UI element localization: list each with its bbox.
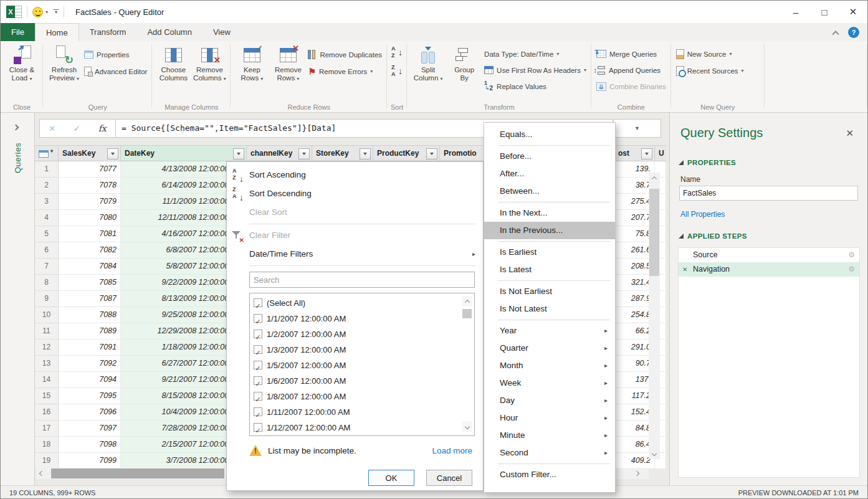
column-header-productkey[interactable]: ProductKey: [373, 145, 440, 161]
checkbox-checked-icon[interactable]: [254, 376, 262, 385]
recent-sources-button[interactable]: Recent Sources: [674, 64, 746, 77]
keep-rows-button[interactable]: ✓ Keep Rows: [234, 43, 270, 83]
replace-values-button[interactable]: ↳ Replace Values: [482, 80, 588, 93]
remove-rows-button[interactable]: ✕ Remove Rows: [270, 43, 306, 83]
checkbox-checked-icon[interactable]: [254, 298, 262, 307]
filter-value-option[interactable]: 1/3/2007 12:00:00 AM: [250, 342, 474, 358]
quick-access-customize-icon[interactable]: [54, 9, 59, 15]
remove-duplicates-button[interactable]: Remove Duplicates: [306, 48, 384, 61]
delete-step-icon[interactable]: ✕: [682, 262, 687, 277]
applied-steps-section-header[interactable]: APPLIED STEPS: [679, 232, 747, 240]
column-header-datekey[interactable]: DateKey: [121, 145, 247, 161]
menu-item-in-the-next[interactable]: In the Next...: [484, 204, 615, 222]
cell-saleskey[interactable]: 7085: [59, 275, 121, 291]
checkbox-checked-icon[interactable]: [254, 423, 262, 432]
filter-value-option[interactable]: 1/8/2007 12:00:00 AM: [250, 389, 474, 404]
menu-item-year[interactable]: Year: [484, 322, 615, 340]
column-header-u[interactable]: U: [655, 145, 666, 161]
scroll-up-button[interactable]: [649, 173, 660, 184]
row-number[interactable]: 15: [35, 388, 59, 404]
checkbox-checked-icon[interactable]: [254, 330, 262, 338]
cell-saleskey[interactable]: 7096: [59, 404, 121, 421]
search-input[interactable]: [249, 272, 475, 288]
row-number[interactable]: 14: [35, 372, 59, 388]
menu-item-between[interactable]: Between...: [484, 183, 615, 200]
scroll-right-button[interactable]: [631, 468, 642, 479]
row-number[interactable]: 11: [35, 323, 59, 340]
merge-queries-button[interactable]: Merge Queries: [594, 47, 668, 60]
filter-dropdown-button[interactable]: [107, 148, 118, 159]
help-icon[interactable]: ?: [848, 27, 859, 38]
row-number[interactable]: 2: [35, 178, 59, 194]
row-number[interactable]: 10: [35, 307, 59, 323]
cancel-button[interactable]: Cancel: [426, 470, 472, 486]
filter-value-option[interactable]: 1/12/2007 12:00:00 AM: [250, 420, 474, 435]
column-header-saleskey[interactable]: SalesKey: [59, 145, 121, 161]
menu-item-before[interactable]: Before...: [484, 148, 615, 165]
row-number[interactable]: 13: [35, 356, 59, 372]
filter-value-option[interactable]: 1/2/2007 12:00:00 AM: [250, 326, 474, 342]
menu-item-is-not-earliest[interactable]: Is Not Earliest: [484, 283, 615, 300]
cell-saleskey[interactable]: 7092: [59, 356, 121, 372]
ribbon-collapse-icon[interactable]: [832, 31, 839, 37]
formula-cancel-icon[interactable]: ✕: [49, 124, 55, 133]
cell-saleskey[interactable]: 7084: [59, 259, 121, 275]
tab-file[interactable]: File: [1, 23, 35, 41]
filter-value-option[interactable]: (Select All): [250, 295, 474, 311]
row-number[interactable]: 16: [35, 404, 59, 421]
checkbox-checked-icon[interactable]: [254, 314, 262, 323]
properties-button[interactable]: Properties: [82, 48, 149, 61]
row-number[interactable]: 3: [35, 194, 59, 210]
cell-saleskey[interactable]: 7097: [59, 421, 121, 437]
menu-item-in-the-previous[interactable]: In the Previous...: [484, 222, 615, 239]
group-by-button[interactable]: Group By: [446, 43, 482, 82]
queries-pane-expand-icon[interactable]: [13, 125, 19, 131]
sort-ascending-button[interactable]: [390, 47, 404, 59]
formula-fx-icon[interactable]: fx: [98, 123, 107, 133]
menu-item-custom-filter[interactable]: Custom Filter...: [484, 466, 615, 483]
tab-home[interactable]: Home: [35, 23, 79, 41]
row-number[interactable]: 6: [35, 242, 59, 259]
list-scroll-down-button[interactable]: [462, 421, 472, 432]
column-header-cost[interactable]: ost: [614, 145, 655, 161]
cell-saleskey[interactable]: 7091: [59, 340, 121, 356]
gear-icon[interactable]: ⚙: [848, 248, 855, 262]
cell-saleskey[interactable]: 7098: [59, 437, 121, 453]
queries-sidebar[interactable]: Queries: [1, 113, 35, 485]
checkbox-checked-icon[interactable]: [254, 361, 262, 369]
new-source-button[interactable]: New Source: [674, 47, 746, 60]
filter-value-option[interactable]: 1/1/2007 12:00:00 AM: [250, 311, 474, 326]
formula-accept-icon[interactable]: ✓: [74, 123, 81, 133]
menu-item-quarter[interactable]: Quarter: [484, 340, 615, 357]
menu-item-after[interactable]: After...: [484, 165, 615, 183]
horizontal-scroll-thumb[interactable]: [51, 468, 224, 478]
advanced-editor-button[interactable]: Advanced Editor: [82, 65, 149, 78]
query-name-input[interactable]: [679, 186, 858, 201]
cell-saleskey[interactable]: 7087: [59, 291, 121, 307]
cell-saleskey[interactable]: 7080: [59, 210, 121, 226]
row-number[interactable]: 1: [35, 161, 59, 178]
filter-dropdown-button[interactable]: [426, 148, 437, 159]
scroll-left-button[interactable]: [36, 468, 47, 479]
menu-item-is-earliest[interactable]: Is Earliest: [484, 244, 615, 261]
row-number[interactable]: 4: [35, 210, 59, 226]
ok-button[interactable]: OK: [368, 470, 414, 486]
append-queries-button[interactable]: Append Queries: [594, 64, 668, 77]
menu-item-second[interactable]: Second: [484, 444, 615, 462]
step-navigation[interactable]: ✕ Navigation ⚙: [679, 262, 859, 277]
menu-item-is-latest[interactable]: Is Latest: [484, 261, 615, 278]
menu-item-sort-ascending[interactable]: Sort Ascending: [227, 166, 483, 184]
select-all-corner-cell[interactable]: [35, 145, 59, 161]
cell-saleskey[interactable]: 7082: [59, 242, 121, 259]
menu-item-week[interactable]: Week: [484, 374, 615, 392]
filter-dropdown-button[interactable]: [360, 148, 371, 159]
cell-saleskey[interactable]: 7088: [59, 307, 121, 323]
vertical-scroll-thumb[interactable]: [649, 189, 659, 276]
row-number[interactable]: 18: [35, 437, 59, 453]
tab-transform[interactable]: Transform: [79, 23, 137, 41]
menu-item-minute[interactable]: Minute: [484, 427, 615, 444]
tab-view[interactable]: View: [203, 23, 241, 41]
row-number[interactable]: 5: [35, 226, 59, 242]
sort-descending-button[interactable]: [390, 65, 404, 78]
menu-item-month[interactable]: Month: [484, 357, 615, 374]
